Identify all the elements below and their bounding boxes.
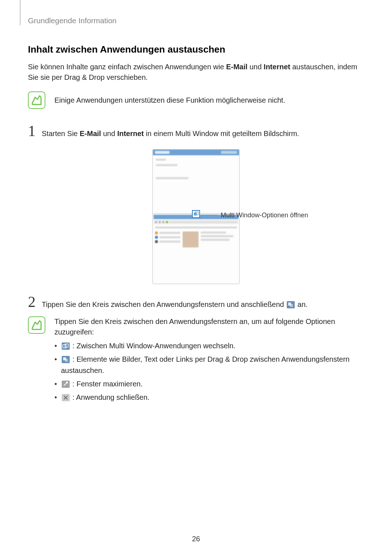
intro-text-pre: Sie können Inhalte ganz einfach zwischen… — [28, 63, 226, 71]
step-2: 2 Tippen Sie den Kreis zwischen den Anwe… — [28, 294, 370, 310]
page-number: 26 — [0, 535, 392, 543]
option-dragdrop: • : Elemente wie Bilder, Text oder Links… — [54, 354, 356, 376]
manual-page: Grundlegende Information Inhalt zwischen… — [0, 0, 392, 554]
upper-app-pane — [153, 149, 239, 214]
note-block-1: Einige Anwendungen unterstützen diese Fu… — [28, 91, 370, 109]
note2-intro: Tippen Sie den Kreis zwischen den Anwend… — [54, 316, 363, 337]
step-num-2: 2 — [28, 294, 42, 309]
option-switch-text: : Zwischen Multi Window-Anwendungen wech… — [70, 342, 236, 350]
note-block-2: Tippen Sie den Kreis zwischen den Anwend… — [28, 316, 370, 405]
section-breadcrumb: Grundlegende Information — [28, 16, 370, 25]
step-num-1: 1 — [28, 123, 42, 139]
option-close-text: : Anwendung schließen. — [70, 393, 150, 401]
note-text-1: Einige Anwendungen unterstützen diese Fu… — [54, 91, 363, 106]
close-icon — [62, 394, 70, 401]
step-1: 1 Starten Sie E-Mail und Internet in ein… — [28, 123, 370, 139]
step2-post: an. — [295, 300, 307, 308]
option-close: • : Anwendung schließen. — [54, 392, 356, 403]
step-1-text: Starten Sie E-Mail und Internet in einem… — [42, 128, 299, 139]
callout-label: Multi Window-Optionen öffnen — [221, 212, 308, 219]
switch-apps-icon — [62, 342, 70, 350]
note-icon — [28, 316, 45, 334]
note-icon — [28, 91, 45, 109]
step1-pre: Starten Sie — [42, 130, 80, 138]
step1-mid: und — [101, 130, 117, 138]
figure: Multi Window-Optionen öffnen — [22, 148, 370, 286]
drag-share-icon — [287, 301, 295, 308]
svg-rect-3 — [290, 304, 293, 307]
step1-post: in einem Multi Window mit geteiltem Bild… — [144, 130, 299, 138]
option-switch: • : Zwischen Multi Window-Anwendungen we… — [54, 340, 356, 352]
intro-text-mid: und — [248, 63, 264, 71]
intro-bold-internet: Internet — [264, 63, 290, 71]
options-list: • : Zwischen Multi Window-Anwendungen we… — [54, 340, 363, 403]
intro-bold-email: E-Mail — [226, 63, 248, 71]
option-maximize-text: : Fenster maximieren. — [70, 380, 143, 388]
step2-pre: Tippen Sie den Kreis zwischen den Anwend… — [42, 300, 286, 308]
option-maximize: • : Fenster maximieren. — [54, 378, 356, 390]
step1-b2: Internet — [117, 130, 144, 138]
lower-app-pane — [153, 215, 239, 284]
drag-share-icon — [62, 356, 70, 363]
figure-callout: Multi Window-Optionen öffnen — [196, 212, 308, 219]
maximize-icon — [62, 381, 70, 388]
step-2-text: Tippen Sie den Kreis zwischen den Anwend… — [42, 299, 307, 310]
step1-b1: E-Mail — [80, 130, 101, 138]
svg-rect-7 — [65, 359, 68, 362]
option-dragdrop-text: : Elemente wie Bilder, Text oder Links p… — [61, 355, 350, 374]
section-heading: Inhalt zwischen Anwendungen austauschen — [28, 44, 370, 55]
header-rule — [20, 0, 20, 25]
intro-paragraph: Sie können Inhalte ganz einfach zwischen… — [28, 62, 363, 83]
